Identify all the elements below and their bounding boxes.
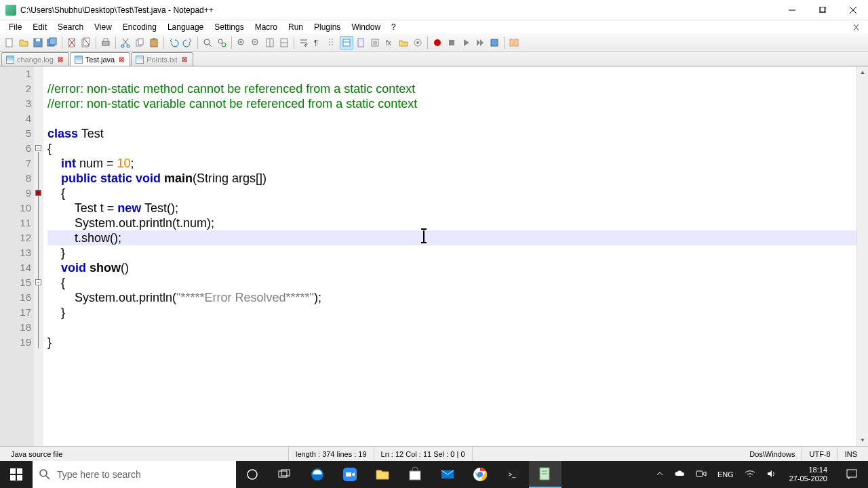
print-button[interactable]: [99, 36, 113, 49]
play-multi-button[interactable]: [473, 36, 487, 49]
paste-button[interactable]: [147, 36, 161, 49]
svg-rect-23: [153, 38, 155, 40]
menu-macro[interactable]: Macro: [250, 21, 283, 33]
save-all-button[interactable]: [45, 36, 59, 49]
menu-edit[interactable]: Edit: [27, 21, 52, 33]
wordwrap-button[interactable]: [297, 36, 311, 49]
cut-button[interactable]: [119, 36, 132, 49]
taskbar-app-notepadpp[interactable]: [529, 461, 561, 488]
menu-view[interactable]: View: [89, 21, 117, 33]
menu-run[interactable]: Run: [283, 21, 309, 33]
code-editor[interactable]: 12345678910111213141516171819 - - - //er…: [0, 66, 868, 446]
doc-list-button[interactable]: [368, 36, 382, 49]
status-encoding[interactable]: UTF-8: [802, 447, 837, 461]
menubar-close-icon[interactable]: X: [848, 22, 865, 33]
fold-toggle-icon[interactable]: -: [35, 279, 41, 285]
undo-button[interactable]: [167, 36, 180, 49]
save-macro-button[interactable]: [488, 36, 501, 49]
taskbar-app-explorer[interactable]: [366, 461, 399, 488]
tray-show-hidden-icon[interactable]: [654, 470, 666, 479]
menu-file[interactable]: File: [3, 21, 27, 33]
play-macro-button[interactable]: [459, 36, 473, 49]
menu-help[interactable]: ?: [386, 21, 401, 33]
menu-settings[interactable]: Settings: [209, 21, 249, 33]
replace-button[interactable]: [215, 36, 229, 49]
svg-rect-53: [510, 39, 513, 46]
sync-h-button[interactable]: [277, 36, 291, 49]
code-line: {: [47, 275, 868, 290]
text-cursor-icon: [423, 230, 424, 244]
find-button[interactable]: [201, 36, 214, 49]
tray-onedrive-icon[interactable]: [671, 470, 688, 479]
tray-meet-now-icon[interactable]: [693, 469, 709, 480]
taskbar-app-edge[interactable]: [301, 461, 334, 488]
tab-close-icon[interactable]: ⊠: [56, 56, 64, 64]
show-all-chars-button[interactable]: ¶: [311, 36, 325, 49]
svg-rect-40: [343, 39, 350, 46]
tray-language[interactable]: ENG: [715, 470, 736, 479]
tray-notifications-icon[interactable]: [838, 461, 865, 488]
compare-button[interactable]: [507, 36, 521, 49]
tab-close-icon[interactable]: ⊠: [117, 56, 125, 64]
status-position: Ln : 12 Col : 11 Sel : 0 | 0: [374, 447, 473, 461]
doc-map-button[interactable]: [354, 36, 368, 49]
close-button[interactable]: [837, 0, 868, 20]
user-define-button[interactable]: [340, 36, 353, 49]
tab-label: change.log: [17, 56, 54, 64]
folder-workspace-button[interactable]: [397, 36, 410, 49]
tray-volume-icon[interactable]: [764, 469, 778, 480]
menu-encoding[interactable]: Encoding: [117, 21, 162, 33]
record-macro-button[interactable]: [431, 36, 444, 49]
tab-points-txt[interactable]: Points.txt ⊠: [131, 52, 193, 66]
taskbar-app-store[interactable]: [399, 461, 431, 488]
svg-rect-17: [104, 39, 108, 41]
tray-wifi-icon[interactable]: [742, 470, 758, 479]
task-view-button[interactable]: [269, 461, 301, 488]
taskbar-app-zoom[interactable]: [334, 461, 366, 488]
open-file-button[interactable]: [17, 36, 31, 49]
menu-plugins[interactable]: Plugins: [309, 21, 346, 33]
minimize-button[interactable]: [776, 0, 807, 20]
close-file-button[interactable]: [65, 36, 79, 49]
scroll-down-icon[interactable]: ▼: [857, 434, 868, 446]
monitoring-button[interactable]: [411, 36, 425, 49]
zoom-in-button[interactable]: [235, 36, 248, 49]
tab-close-icon[interactable]: ⊠: [180, 56, 189, 64]
tray-clock[interactable]: 18:14 27-05-2020: [784, 466, 833, 483]
menu-language[interactable]: Language: [162, 21, 209, 33]
code-line: //error: non-static variable cannot be r…: [47, 96, 868, 111]
taskbar-app-mail[interactable]: [431, 461, 464, 488]
start-button[interactable]: [0, 461, 33, 488]
save-button[interactable]: [31, 36, 45, 49]
status-eol[interactable]: Dos\Windows: [743, 447, 802, 461]
stop-macro-button[interactable]: [445, 36, 458, 49]
code-area[interactable]: //error: non-static method cannot be ref…: [43, 66, 868, 446]
svg-rect-56: [17, 468, 22, 474]
cortana-button[interactable]: [236, 461, 269, 488]
vertical-scrollbar[interactable]: ▲ ▼: [856, 66, 868, 446]
zoom-out-button[interactable]: [249, 36, 262, 49]
close-all-button[interactable]: [79, 36, 93, 49]
tab-bar: change.log ⊠ Test.java ⊠ Points.txt ⊠: [0, 52, 868, 66]
svg-line-60: [46, 476, 50, 479]
taskbar-app-chrome[interactable]: [464, 461, 496, 488]
redo-button[interactable]: [181, 36, 195, 49]
function-list-button[interactable]: fx: [382, 36, 396, 49]
svg-rect-9: [50, 38, 56, 45]
taskbar-search[interactable]: Type here to search: [33, 461, 236, 488]
fold-toggle-icon[interactable]: -: [35, 145, 41, 151]
maximize-button[interactable]: [807, 0, 837, 20]
fold-column[interactable]: - - -: [34, 66, 43, 446]
indent-guide-button[interactable]: [326, 36, 339, 49]
menu-window[interactable]: Window: [346, 21, 386, 33]
copy-button[interactable]: [133, 36, 146, 49]
tab-test-java[interactable]: Test.java ⊠: [70, 52, 130, 66]
scroll-up-icon[interactable]: ▲: [857, 66, 868, 78]
fold-toggle-icon[interactable]: -: [35, 190, 41, 196]
menu-search[interactable]: Search: [52, 21, 89, 33]
tab-change-log[interactable]: change.log ⊠: [1, 52, 69, 66]
taskbar-app-terminal[interactable]: >_: [496, 461, 529, 488]
sync-v-button[interactable]: [263, 36, 277, 49]
status-insert-mode[interactable]: INS: [838, 447, 864, 461]
new-file-button[interactable]: [3, 36, 16, 49]
